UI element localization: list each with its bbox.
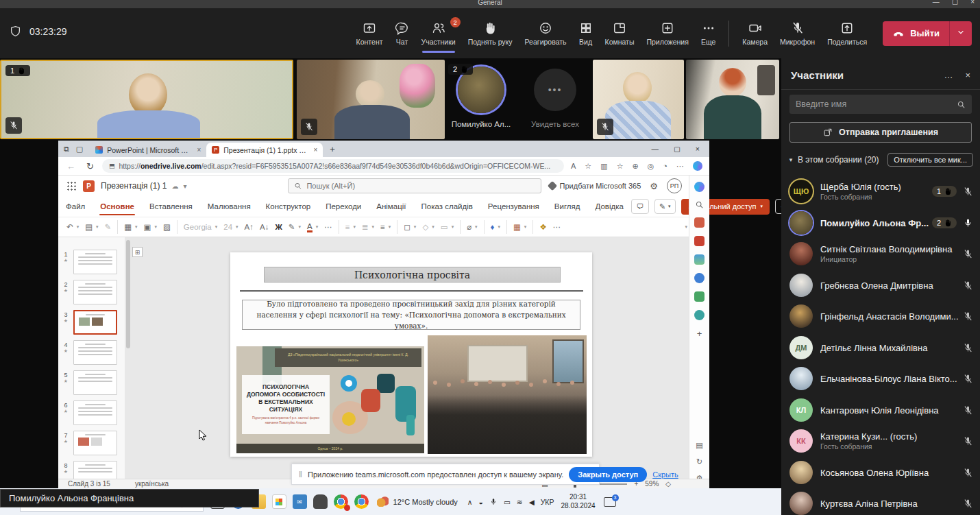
- apps-button[interactable]: Приложения: [640, 12, 694, 56]
- picture-button[interactable]: ▨: [163, 222, 171, 232]
- mic-muted-icon[interactable]: [963, 249, 973, 259]
- language-indicator[interactable]: УКР: [541, 498, 554, 506]
- more-button[interactable]: Еще: [695, 12, 722, 56]
- hidden-icons-chevron[interactable]: ∧: [467, 498, 473, 506]
- add-sidebar-icon[interactable]: +: [694, 328, 705, 339]
- games-icon[interactable]: [694, 254, 705, 265]
- tab-close-icon[interactable]: ×: [195, 146, 201, 154]
- font-size-select[interactable]: 24: [223, 223, 232, 231]
- participant-row[interactable]: Куртєва Аліна Петрівна: [781, 488, 980, 515]
- collections-icon[interactable]: ⊕: [633, 162, 639, 171]
- maximize-icon[interactable]: ▢: [952, 0, 958, 5]
- view-button[interactable]: Вид: [573, 12, 599, 56]
- grow-font-button[interactable]: A↑: [245, 223, 254, 231]
- ribbon-tab-animations[interactable]: Анімації: [369, 196, 413, 217]
- gear-icon[interactable]: ⚙: [650, 181, 658, 191]
- participant-row[interactable]: КК Катерина Кузи... (гость)Гость собрани…: [781, 426, 980, 456]
- slide-canvas[interactable]: Психологічна просвіта Було підготовлено …: [230, 252, 592, 457]
- panel-more-icon[interactable]: …: [944, 70, 953, 80]
- sidebar-refresh-icon[interactable]: ↻: [696, 457, 702, 466]
- ribbon-tab-design[interactable]: Конструктор: [258, 196, 319, 217]
- shape-fill-button[interactable]: ◇: [422, 222, 428, 232]
- slide-thumb-6[interactable]: 6★: [61, 400, 117, 425]
- panel-close-icon[interactable]: ×: [965, 70, 970, 80]
- chrome-icon[interactable]: [334, 494, 348, 509]
- slide-thumb-4[interactable]: 4★: [61, 340, 117, 365]
- fit-to-window-icon[interactable]: ◇: [665, 480, 671, 488]
- slide-thumb-2[interactable]: 2★: [61, 280, 117, 304]
- mic-muted-icon[interactable]: [963, 280, 973, 291]
- mic-muted-icon[interactable]: [963, 436, 973, 446]
- browser-minimize-icon[interactable]: —: [651, 145, 659, 153]
- document-title[interactable]: Презентація (1) 1: [101, 181, 167, 191]
- embedded-slide-image[interactable]: ДЗ «Південноукраїнський національний пед…: [236, 346, 424, 453]
- participant-row[interactable]: Гребнєва Олена Дмитрівна: [781, 270, 980, 300]
- video-tile-3[interactable]: [593, 60, 684, 139]
- ribbon-collapse-icon[interactable]: ▾: [685, 224, 688, 230]
- numbering-button[interactable]: ≣: [362, 222, 369, 232]
- notification-center-icon[interactable]: 3: [604, 497, 616, 507]
- shape-outline-button[interactable]: ▭: [441, 222, 448, 232]
- slide-thumb-1[interactable]: 1★: [61, 250, 117, 274]
- office-icon[interactable]: [694, 291, 705, 302]
- video-tile-4[interactable]: [686, 60, 779, 139]
- mic-muted-icon[interactable]: [963, 311, 973, 322]
- tray-app-icon[interactable]: ◒: [479, 498, 483, 506]
- thumbnail-scrollbar[interactable]: [126, 240, 130, 476]
- slide-thumb-7[interactable]: 7★: [61, 431, 117, 455]
- bold-button[interactable]: Ж: [275, 223, 282, 231]
- library-button[interactable]: ❖: [539, 222, 546, 232]
- drop-icon[interactable]: [694, 310, 705, 320]
- comments-button[interactable]: 🗩: [631, 199, 649, 214]
- ppt-search-input[interactable]: [306, 182, 535, 190]
- sidebar-search-icon[interactable]: [695, 200, 704, 209]
- sidebar-panel-icon[interactable]: ▤: [696, 441, 702, 450]
- undo-button[interactable]: ↶: [66, 222, 73, 232]
- shrink-font-button[interactable]: A↓: [260, 223, 269, 231]
- avatar-tile[interactable]: 2 Помилуйко Ал...: [447, 60, 515, 128]
- new-tab-button[interactable]: +: [323, 144, 342, 157]
- participant-row[interactable]: Ситнік Світлана ВолодимирівнаИнициатор: [781, 239, 980, 269]
- participant-row[interactable]: Помилуйко Альона Фр... 2: [781, 208, 980, 238]
- font-color-button[interactable]: A: [307, 222, 313, 232]
- participants-button[interactable]: 2 Участники: [415, 12, 462, 56]
- bullets-button[interactable]: ≡: [345, 223, 350, 231]
- tray-mic-icon[interactable]: [489, 498, 498, 506]
- browser-essentials-icon[interactable]: ◎: [648, 162, 654, 171]
- ribbon-tab-draw[interactable]: Малювання: [200, 196, 258, 217]
- stop-sharing-button[interactable]: Закрыть доступ: [569, 467, 647, 482]
- participant-row[interactable]: Грінфельд Анастасія Володими...: [781, 301, 980, 331]
- copilot-icon[interactable]: [693, 161, 702, 171]
- network-icon[interactable]: ≋: [517, 498, 523, 506]
- ribbon-tab-slideshow[interactable]: Показ слайдів: [414, 196, 480, 217]
- ribbon-tab-help[interactable]: Довідка: [588, 196, 631, 217]
- language-label[interactable]: українська: [135, 480, 169, 488]
- workspaces-icon[interactable]: ⧉: [64, 145, 69, 154]
- minimize-icon[interactable]: —: [933, 0, 940, 5]
- chat-button[interactable]: Чат: [389, 12, 415, 56]
- participant-row[interactable]: ЩЮ Щерба Юлія (гость)Гость собрания 1: [781, 176, 980, 206]
- mail-icon[interactable]: ✉: [293, 494, 307, 509]
- highlight-button[interactable]: ✎: [289, 222, 295, 232]
- cloud-app-icon[interactable]: [313, 494, 328, 509]
- tools-icon[interactable]: [694, 236, 705, 246]
- new-slide-button[interactable]: ▦: [124, 222, 132, 232]
- settings-dots-icon[interactable]: ⋯: [676, 162, 684, 171]
- mic-muted-icon[interactable]: [963, 343, 973, 353]
- browser-tab-1[interactable]: PowerPoint | Microsoft 365 ×: [90, 143, 206, 157]
- align-button[interactable]: ≡: [380, 223, 385, 231]
- refresh-icon[interactable]: ↻: [86, 161, 94, 171]
- close-icon[interactable]: ×: [970, 0, 975, 5]
- collapse-panel-icon[interactable]: ⊞: [132, 247, 143, 257]
- copilot-icon[interactable]: [694, 182, 705, 192]
- pen-tools-button[interactable]: ✎ ▾: [654, 199, 676, 214]
- battery-icon[interactable]: ▭: [504, 498, 511, 506]
- leave-button[interactable]: Выйти: [883, 21, 972, 46]
- mic-muted-icon[interactable]: [963, 468, 973, 478]
- react-button[interactable]: Реагировать: [519, 12, 573, 56]
- address-field[interactable]: ⬒ https://onedrive.live.com/edit.aspx?re…: [102, 159, 564, 173]
- buy-microsoft365-link[interactable]: Придбати Microsoft 365: [549, 182, 641, 190]
- favorite-star-icon[interactable]: ☆: [585, 162, 591, 171]
- slide-body-text[interactable]: Було підготовлено та проведено просвітни…: [242, 300, 580, 330]
- chrome-icon-2[interactable]: [354, 494, 369, 509]
